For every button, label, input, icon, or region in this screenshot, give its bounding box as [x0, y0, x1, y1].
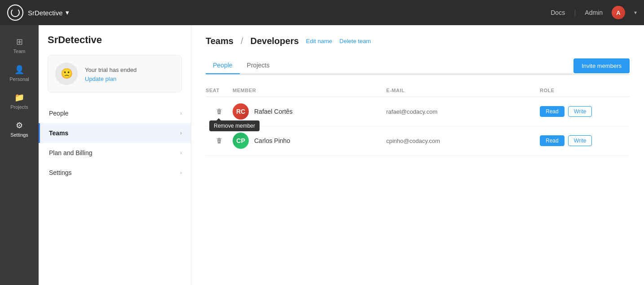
- trial-info: Your trial has ended Update plan: [85, 66, 137, 82]
- nav-settings-chevron: ›: [180, 169, 182, 176]
- members-table: SEAT MEMBER E-MAIL ROLE Remove member: [206, 84, 630, 156]
- role-write-rafael[interactable]: Write: [568, 106, 592, 117]
- role-read-rafael[interactable]: Read: [540, 106, 565, 117]
- table-row: CP Carlos Pinho cpinho@codacy.com Read W…: [206, 126, 630, 156]
- breadcrumb-child: Developers: [250, 36, 299, 46]
- nav-people-label: People: [49, 110, 69, 117]
- docs-link[interactable]: Docs: [551, 9, 565, 16]
- nav-plan-label: Plan and Billing: [49, 149, 93, 156]
- navbar-brand-chevron: ▾: [66, 9, 69, 17]
- settings-title: SrDetective: [39, 34, 191, 55]
- seat-cell-rafael: Remove member: [206, 106, 233, 117]
- sidebar-item-projects[interactable]: 📁 Projects: [4, 88, 35, 114]
- nav-plan[interactable]: Plan and Billing ›: [39, 143, 191, 163]
- sidebar-item-settings[interactable]: ⚙ Settings: [4, 116, 35, 142]
- sidebar-item-personal[interactable]: 👤 Personal: [4, 60, 35, 86]
- projects-icon: 📁: [14, 93, 24, 102]
- col-email: E-MAIL: [386, 88, 540, 93]
- tab-people[interactable]: People: [206, 57, 240, 74]
- table-header: SEAT MEMBER E-MAIL ROLE: [206, 84, 630, 97]
- email-carlos: cpinho@codacy.com: [386, 138, 540, 144]
- col-member: MEMBER: [233, 88, 386, 93]
- settings-icon: ⚙: [16, 120, 23, 130]
- role-cell-carlos: Read Write: [540, 135, 630, 146]
- table-row: Remove member RC Rafael Cortês rafael@co…: [206, 97, 630, 126]
- main-layout: SrDetective 🙁 Your trial has ended Updat…: [39, 25, 644, 285]
- avatar-initials: A: [616, 9, 620, 16]
- seat-cell-carlos: [206, 135, 233, 146]
- sidebar-item-team-label: Team: [13, 49, 26, 54]
- nav-settings-label: Settings: [49, 169, 72, 176]
- team-icon: ⊞: [16, 37, 23, 47]
- remove-member-tooltip: Remove member: [209, 120, 260, 131]
- trial-box: 🙁 Your trial has ended Update plan: [48, 55, 182, 93]
- navbar-divider: |: [574, 9, 576, 17]
- settings-sidebar: SrDetective 🙁 Your trial has ended Updat…: [39, 25, 191, 285]
- remove-member-icon-carlos[interactable]: [214, 135, 225, 146]
- navbar-right: Docs | Admin A ▾: [551, 6, 637, 19]
- nav-teams[interactable]: Teams ›: [39, 123, 191, 143]
- sidebar-item-projects-label: Projects: [10, 104, 28, 110]
- breadcrumb-sep: /: [241, 36, 243, 46]
- sidebar-item-team[interactable]: ⊞ Team: [4, 32, 35, 58]
- navbar: SrDetective ▾ Docs | Admin A ▾: [0, 0, 644, 25]
- role-read-carlos[interactable]: Read: [540, 135, 565, 146]
- avatar[interactable]: A: [612, 6, 625, 19]
- member-name-rafael: Rafael Cortês: [254, 108, 293, 115]
- tabs: People Projects: [206, 57, 573, 74]
- nav-teams-label: Teams: [49, 129, 68, 137]
- member-name-carlos: Carlos Pinho: [254, 137, 290, 144]
- invite-members-button[interactable]: Invite members: [573, 58, 630, 73]
- delete-team-button[interactable]: Delete team: [340, 38, 371, 45]
- navbar-logo: [7, 4, 23, 21]
- col-seat: SEAT: [206, 88, 233, 93]
- content-area: Teams / Developers Edit name Delete team…: [191, 25, 644, 285]
- avatar-rafael: RC: [233, 103, 249, 120]
- trial-text: Your trial has ended: [85, 67, 137, 73]
- member-cell-rafael: RC Rafael Cortês: [233, 103, 386, 120]
- nav-settings[interactable]: Settings ›: [39, 163, 191, 183]
- role-write-carlos[interactable]: Write: [568, 135, 592, 146]
- sidebar-item-personal-label: Personal: [9, 76, 29, 82]
- navbar-brand[interactable]: SrDetective ▾: [28, 9, 69, 17]
- sidebar-item-settings-label: Settings: [10, 132, 28, 138]
- navbar-brand-name: SrDetective: [28, 9, 63, 17]
- remove-member-icon-rafael[interactable]: Remove member: [214, 106, 225, 117]
- nav-people[interactable]: People ›: [39, 103, 191, 123]
- member-cell-carlos: CP Carlos Pinho: [233, 133, 386, 149]
- update-plan-link[interactable]: Update plan: [85, 76, 137, 82]
- role-cell-rafael: Read Write: [540, 106, 630, 117]
- logo-circle: [11, 8, 20, 17]
- edit-name-button[interactable]: Edit name: [306, 38, 332, 45]
- nav-plan-chevron: ›: [180, 150, 182, 156]
- content-header: Teams / Developers Edit name Delete team: [206, 36, 630, 46]
- nav-people-chevron: ›: [180, 110, 182, 116]
- breadcrumb-parent: Teams: [206, 36, 234, 46]
- avatar-carlos: CP: [233, 133, 249, 149]
- trial-face-icon: 🙁: [55, 62, 78, 85]
- sidebar: ⊞ Team 👤 Personal 📁 Projects ⚙ Settings: [0, 25, 39, 285]
- nav-teams-chevron: ›: [180, 130, 182, 136]
- avatar-chevron[interactable]: ▾: [634, 9, 637, 16]
- admin-label[interactable]: Admin: [585, 9, 603, 16]
- email-rafael: rafael@codacy.com: [386, 108, 540, 115]
- tab-projects[interactable]: Projects: [240, 57, 277, 74]
- col-role: ROLE: [540, 88, 630, 93]
- personal-icon: 👤: [14, 65, 24, 75]
